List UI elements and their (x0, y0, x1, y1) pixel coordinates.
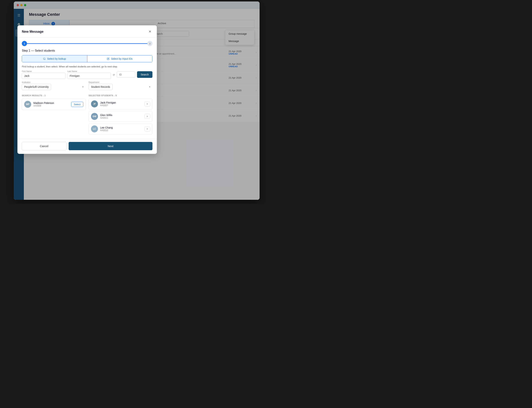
results-area: SEARCH RESULTS - 1 MP Madison Peterson A… (17, 94, 157, 139)
department-select[interactable]: Student Records (89, 84, 113, 90)
list-item: JF Jack Finnigan AA0007 ✕ (89, 98, 152, 110)
progress-step-1: 1 (22, 41, 27, 46)
modal-header: New Message ✕ (17, 25, 157, 37)
chevron-down-icon: ▾ (149, 85, 150, 88)
select-tabs: Select by lookup Select by Input IDs (22, 55, 152, 62)
search-form: First Name Last Name or Search Instituti… (17, 70, 157, 94)
search-results-label: SEARCH RESULTS - 1 (22, 94, 86, 97)
department-field: Department Student Records ▾ (89, 81, 152, 90)
selected-students-label: SELECTED STUDENTS - 5 (89, 94, 152, 97)
list-item: MP Madison Peterson AA0009 Select (22, 98, 86, 110)
avatar: JF (91, 101, 98, 107)
svg-line-1 (45, 59, 46, 60)
dropdown-row: Institution PeopleSoft University ▾ Depa… (22, 81, 152, 90)
id-input[interactable] (117, 71, 135, 78)
last-name-input[interactable] (67, 73, 111, 79)
progress-line-active (27, 43, 147, 44)
first-name-field: First Name (22, 70, 65, 79)
cancel-button[interactable]: Cancel (22, 142, 66, 150)
avatar: LC (91, 125, 98, 132)
remove-student-button[interactable]: ✕ (145, 127, 150, 131)
step-label: Step 1 — Select students (17, 47, 157, 55)
svg-point-0 (43, 58, 45, 60)
avatar: GW (91, 113, 98, 120)
select-by-input-ids-tab[interactable]: Select by Input IDs (87, 55, 152, 62)
select-student-button[interactable]: Select (71, 102, 83, 107)
selected-students-panel: SELECTED STUDENTS - 5 JF Jack Finnigan A… (89, 94, 152, 136)
modal-footer: Cancel Next (17, 139, 157, 154)
search-button[interactable]: Search (137, 71, 152, 78)
modal-title: New Message (22, 30, 43, 34)
institution-select[interactable]: PeopleSoft University (22, 84, 51, 90)
first-name-input[interactable] (22, 73, 65, 79)
select-by-lookup-tab[interactable]: Select by lookup (22, 55, 87, 62)
new-message-modal: New Message ✕ 1 2 Step 1 — Select studen… (17, 25, 157, 154)
modal-close-button[interactable]: ✕ (147, 29, 152, 34)
institution-field: Institution PeopleSoft University ▾ (22, 81, 86, 90)
avatar: MP (24, 101, 31, 108)
or-text: or (113, 73, 115, 76)
list-item: GW Glen Willis AA0011 ✕ (89, 111, 152, 122)
search-icon (43, 58, 46, 60)
list-item: LC Lee Chang AA0010 ✕ (89, 123, 152, 134)
progress-step-2: 2 (147, 41, 152, 46)
modal-overlay: New Message ✕ 1 2 Step 1 — Select studen… (14, 1, 260, 200)
last-name-field: Last Name (67, 70, 111, 79)
remove-student-button[interactable]: ✕ (145, 114, 150, 119)
chevron-down-icon: ▾ (82, 85, 83, 88)
next-button[interactable]: Next (69, 142, 152, 150)
remove-student-button[interactable]: ✕ (145, 102, 150, 106)
hint-text: First lookup a student, then select. Whe… (17, 65, 157, 70)
modal-progress: 1 2 (17, 37, 157, 46)
edit-icon (107, 58, 109, 60)
search-results-panel: SEARCH RESULTS - 1 MP Madison Peterson A… (22, 94, 86, 136)
